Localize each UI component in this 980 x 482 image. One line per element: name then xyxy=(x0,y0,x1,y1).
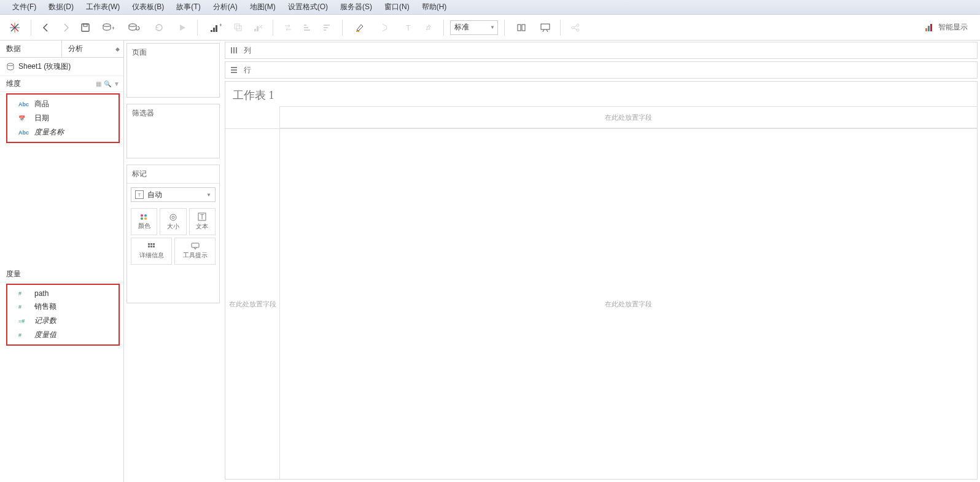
drop-columns-area[interactable]: 在此处放置字段 xyxy=(279,106,977,128)
field-records[interactable]: =#记录数 xyxy=(7,314,119,328)
worksheet-pane: 列 行 工作表 1 在此处放置字段 在此处放置字段 在此处放置字段 xyxy=(222,41,980,482)
sort-asc-button[interactable] xyxy=(299,19,316,36)
menu-dropdown-icon[interactable]: ▼ xyxy=(114,80,120,87)
presentation-mode-button[interactable] xyxy=(537,19,554,36)
sort-desc-button[interactable] xyxy=(319,19,336,36)
field-product[interactable]: Abc商品 xyxy=(7,97,119,111)
svg-rect-39 xyxy=(928,26,930,31)
field-date[interactable]: 📅日期 xyxy=(7,111,119,125)
filters-card[interactable]: 筛选器 xyxy=(126,104,220,158)
svg-rect-20 xyxy=(304,25,306,26)
abc-icon: Abc xyxy=(18,101,31,107)
svg-point-35 xyxy=(577,29,579,31)
pages-card[interactable]: 页面 xyxy=(126,43,220,98)
number-icon: # xyxy=(18,290,31,297)
svg-rect-4 xyxy=(82,24,89,31)
menu-map[interactable]: 地图(M) xyxy=(245,1,281,14)
menu-help[interactable]: 帮助(H) xyxy=(417,1,452,14)
svg-line-31 xyxy=(543,29,544,32)
svg-point-41 xyxy=(7,63,14,66)
number-icon: # xyxy=(18,304,31,310)
menu-window[interactable]: 窗口(N) xyxy=(379,1,414,14)
svg-rect-28 xyxy=(518,25,521,31)
marks-size-button[interactable]: 大小 xyxy=(160,208,186,235)
svg-point-47 xyxy=(172,216,174,219)
svg-rect-17 xyxy=(257,26,259,31)
highlight-button[interactable] xyxy=(349,19,372,36)
svg-marker-9 xyxy=(180,25,185,31)
refresh-data-button[interactable] xyxy=(122,19,146,36)
svg-rect-62 xyxy=(231,72,237,73)
show-me-icon xyxy=(925,23,935,32)
back-button[interactable] xyxy=(37,19,55,36)
show-me-button[interactable]: 智能显示 xyxy=(925,22,975,33)
svg-rect-57 xyxy=(231,47,232,53)
drop-body-area[interactable]: 在此处放置字段 xyxy=(279,128,977,479)
svg-rect-16 xyxy=(254,29,256,31)
columns-shelf[interactable]: 列 xyxy=(225,42,978,59)
svg-rect-15 xyxy=(236,26,241,31)
rows-shelf[interactable]: 行 xyxy=(225,61,978,79)
auto-update-button[interactable] xyxy=(148,19,171,36)
svg-rect-23 xyxy=(324,25,330,26)
menu-data[interactable]: 数据(D) xyxy=(44,1,79,14)
tooltip-icon xyxy=(191,243,200,250)
data-pane: 数据 分析◆ Sheet1 (玫瑰图) 维度 ▦🔍▼ Abc商品 📅日期 Abc… xyxy=(0,41,124,482)
datasource-item[interactable]: Sheet1 (玫瑰图) xyxy=(0,58,123,76)
menu-format[interactable]: 设置格式(O) xyxy=(283,1,333,14)
svg-rect-14 xyxy=(235,24,239,29)
forward-button[interactable] xyxy=(57,19,74,36)
number-icon: # xyxy=(18,332,31,338)
svg-rect-38 xyxy=(925,28,927,31)
tableau-logo-icon[interactable] xyxy=(7,20,22,35)
group-button[interactable] xyxy=(375,19,398,36)
field-measure-names[interactable]: Abc度量名称 xyxy=(7,125,119,139)
color-icon xyxy=(139,213,149,220)
menu-worksheet[interactable]: 工作表(W) xyxy=(81,1,125,14)
tab-analytics[interactable]: 分析◆ xyxy=(62,41,123,57)
worksheet-canvas[interactable]: 工作表 1 在此处放置字段 在此处放置字段 在此处放置字段 xyxy=(225,81,978,480)
marks-tooltip-button[interactable]: 工具提示 xyxy=(174,238,216,265)
columns-icon xyxy=(230,47,239,54)
menu-analysis[interactable]: 分析(A) xyxy=(208,1,243,14)
marks-type-selector[interactable]: T 自动 xyxy=(131,187,216,202)
field-sales[interactable]: #销售额 xyxy=(7,300,119,314)
pin-button[interactable] xyxy=(420,19,437,36)
svg-rect-24 xyxy=(324,27,328,28)
clear-button[interactable] xyxy=(249,19,266,36)
menu-dashboard[interactable]: 仪表板(B) xyxy=(127,1,169,14)
new-data-source-button[interactable]: + xyxy=(96,19,120,36)
svg-rect-60 xyxy=(231,67,237,68)
drop-rows-area[interactable]: 在此处放置字段 xyxy=(225,128,279,479)
svg-rect-10 xyxy=(211,30,212,32)
new-worksheet-button[interactable]: + xyxy=(204,19,227,36)
search-icon[interactable]: 🔍 xyxy=(104,80,111,87)
swap-button[interactable] xyxy=(279,19,297,36)
show-hide-cards-button[interactable] xyxy=(511,19,534,36)
svg-line-37 xyxy=(574,28,577,29)
field-measure-values[interactable]: #度量值 xyxy=(7,328,119,342)
marks-text-button[interactable]: T 文本 xyxy=(189,208,216,235)
menu-file[interactable]: 文件(F) xyxy=(7,1,41,14)
menu-bar: 文件(F) 数据(D) 工作表(W) 仪表板(B) 故事(T) 分析(A) 地图… xyxy=(0,0,980,15)
field-path[interactable]: #path xyxy=(7,287,119,300)
share-button[interactable] xyxy=(567,19,584,36)
menu-story[interactable]: 故事(T) xyxy=(171,1,205,14)
totals-button[interactable]: T xyxy=(400,19,418,36)
svg-rect-51 xyxy=(150,243,152,245)
duplicate-button[interactable] xyxy=(230,19,247,36)
tab-data[interactable]: 数据 xyxy=(0,41,62,57)
marks-detail-button[interactable]: 详细信息 xyxy=(131,238,172,265)
view-toggle-icon[interactable]: ▦ xyxy=(96,80,101,87)
marks-color-button[interactable]: 颜色 xyxy=(131,208,157,235)
save-button[interactable] xyxy=(77,19,94,36)
fit-selector[interactable]: 标准 xyxy=(450,20,498,35)
abc-icon: Abc xyxy=(18,130,31,136)
run-button[interactable] xyxy=(174,19,191,36)
toolbar: + + T 标准 智能显示 xyxy=(0,15,980,41)
svg-text:+: + xyxy=(219,23,222,28)
svg-text:T: T xyxy=(200,214,204,220)
number-icon: =# xyxy=(18,318,31,324)
menu-server[interactable]: 服务器(S) xyxy=(335,1,377,14)
worksheet-title[interactable]: 工作表 1 xyxy=(225,82,977,106)
